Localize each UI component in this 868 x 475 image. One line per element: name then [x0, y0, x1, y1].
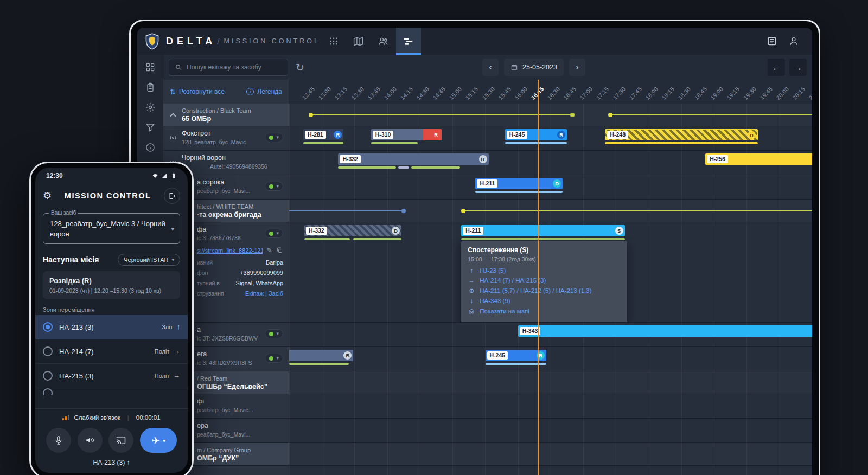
crew-status-toggle[interactable]: ▾	[265, 329, 283, 338]
cast-icon	[116, 435, 126, 446]
time-tick: 16:45	[562, 86, 577, 101]
row-timeline-cell: Н-281RН-310RН-245RН-248D	[289, 126, 812, 150]
crew-row[interactable]: Чорний воронAutel: 4905694869356Н-332RН-…	[163, 151, 812, 175]
zone-item[interactable]: НА-215 (3)Політ→	[35, 364, 188, 388]
tooltip-item-link[interactable]: НА-343 (9)	[480, 298, 510, 304]
row-timeline-cell	[289, 371, 812, 394]
teams-tab[interactable]	[371, 28, 396, 55]
zone-radio[interactable]	[43, 346, 53, 356]
zone-radio[interactable]	[43, 388, 53, 395]
date-next-button[interactable]: ›	[569, 59, 585, 76]
mission-card[interactable]: Розвідка (R) 01-09-2023 (чт) | 12:20 –15…	[43, 271, 180, 299]
zone-item[interactable]: НА-213 (3)Зліт↑	[35, 315, 188, 339]
tasks-button[interactable]	[145, 82, 156, 93]
timeline-tab[interactable]	[396, 28, 421, 55]
time-tick: 16:15	[529, 85, 545, 101]
device-selector[interactable]: Ваш засіб 128_реабатр_бус_Mavic 3 / Чорн…	[43, 213, 180, 244]
time-tick: 13:15	[334, 86, 349, 101]
scroll-left-button[interactable]: ←	[768, 59, 785, 76]
crew-row[interactable]: орареабатр_бус_Mavi...	[163, 419, 812, 443]
detail-label: фон	[197, 269, 208, 276]
crew-row[interactable]: егаic 3: 43HD2VX9H8FS▾BН-245R	[163, 347, 812, 371]
cast-button[interactable]	[108, 428, 133, 453]
fly-mode-button[interactable]: ✈ ▾	[140, 428, 177, 453]
group-row[interactable]: m / Company GroupОМБр “ДУК”	[163, 443, 812, 466]
crew-search-input-wrap[interactable]	[169, 59, 288, 76]
mission-bar[interactable]: B	[289, 350, 353, 361]
mission-label-chip: Н-211	[463, 227, 483, 235]
mission-bar[interactable]: Н-332R	[338, 153, 488, 165]
mission-bar[interactable]: Н-256	[705, 153, 812, 165]
crew-row[interactable]: а сорокареабатр_бус_Mavi...▾Н-211D	[163, 175, 812, 200]
mission-bar[interactable]: Н-310R	[371, 129, 442, 140]
mission-type-selector[interactable]: Черговий ISTAR ▾	[118, 254, 180, 266]
group-name: m / Company Group	[197, 447, 251, 453]
detail-value[interactable]: Екіпаж | Засіб	[245, 290, 283, 297]
crew-name: Фокстрот	[182, 130, 260, 137]
time-tick: 19:30	[742, 86, 757, 101]
zone-item[interactable]	[35, 388, 188, 395]
mission-bar[interactable]: Н-245R	[505, 129, 567, 140]
search-input[interactable]	[187, 63, 282, 71]
tooltip-item-link[interactable]: НА-211 (5,7) / НА-212 (5) / НА-213 (1,3)	[480, 287, 591, 294]
phone-settings-button[interactable]: ⚙	[43, 190, 52, 202]
tooltip-item-link[interactable]: Показати на мапі	[480, 308, 529, 314]
refresh-icon[interactable]: ↻	[296, 62, 304, 73]
scroll-right-button[interactable]: →	[789, 59, 807, 76]
date-prev-button[interactable]: ‹	[482, 59, 499, 76]
mission-bar[interactable]: Н-211D	[475, 178, 563, 189]
zone-item[interactable]: НА-214 (7)Політ→	[35, 339, 188, 364]
group-row[interactable]: Construction / Black Team65 ОМБр	[163, 104, 812, 126]
crew-status-toggle[interactable]: ▾	[265, 182, 283, 191]
mission-bar[interactable]: Н-281R	[303, 129, 343, 140]
expand-all-button[interactable]: ⇅ Розгорнути все	[170, 88, 225, 96]
info-button[interactable]	[145, 142, 156, 153]
settings-button[interactable]	[145, 102, 156, 113]
date-picker[interactable]: 25-05-2023	[504, 59, 564, 76]
collapse-chevron-icon[interactable]	[170, 113, 176, 119]
active-zone-label: НА-213 (3) ↑	[42, 459, 181, 466]
crew-row[interactable]: фіреабатр_бус_Mavic...	[163, 394, 812, 419]
group-row[interactable]: hitect / WHITE TEAM-та окрема бригада	[163, 200, 812, 222]
zone-radio[interactable]	[43, 322, 53, 332]
mission-bar[interactable]: Н-332D	[304, 225, 401, 236]
crew-status-toggle[interactable]: ▾	[265, 133, 283, 142]
call-timer: 00:00:01	[136, 414, 161, 421]
mission-bar[interactable]: Н-211S	[461, 225, 624, 236]
mic-button[interactable]	[46, 428, 71, 453]
profile-button[interactable]	[783, 28, 805, 55]
crew-status-toggle[interactable]: ▾	[265, 229, 283, 238]
tooltip-item-link[interactable]: HJ-23 (5)	[480, 267, 506, 274]
signal-icon	[161, 172, 168, 179]
stream-link[interactable]: s://stream_link_8822-121...	[197, 247, 263, 254]
crew-row[interactable]: аic 3T: JXZS8R6GCBWV▾Н-343	[163, 323, 812, 347]
feed-button[interactable]	[761, 28, 783, 55]
crew-row[interactable]: Фокстрот128_реабатр_бус_Mavic▾Н-281RН-31…	[163, 126, 812, 151]
mission-bar[interactable]: Н-245R	[486, 350, 546, 361]
mission-status-badge: B	[343, 351, 352, 360]
row-timeline-cell	[289, 200, 812, 222]
edit-icon[interactable]: ✎	[266, 246, 272, 254]
tablet-device: DELTA / MISSION CONTROL	[129, 20, 820, 475]
detail-label: тупний в	[197, 280, 220, 286]
zone-radio[interactable]	[43, 371, 53, 381]
mission-underline	[289, 363, 349, 365]
row-label-cell: Construction / Black Team65 ОМБр	[163, 104, 289, 126]
filter-button[interactable]	[145, 122, 156, 133]
mission-bar[interactable]: Н-248D	[605, 129, 757, 140]
group-name: Construction / Black Team	[182, 107, 251, 114]
apps-grid-icon[interactable]	[329, 36, 339, 46]
copy-icon[interactable]	[276, 247, 283, 254]
structure-button[interactable]	[145, 62, 156, 73]
map-tab[interactable]	[346, 28, 371, 55]
group-row[interactable]: / Red TeamОГШБр “Едельвейс”	[163, 371, 812, 394]
mission-bar[interactable]: Н-343	[518, 325, 812, 337]
legend-button[interactable]: і Легенда	[246, 88, 282, 95]
crew-row[interactable]: фаic 3: 7886776786▾s://stream_link_8822-…	[163, 222, 812, 323]
crew-status-toggle[interactable]: ▾	[265, 354, 283, 363]
tooltip-item-link[interactable]: НА-214 (7) / НА-215 (3)	[480, 277, 546, 284]
phone-logout-button[interactable]	[164, 188, 180, 204]
row-timeline-cell	[289, 443, 812, 465]
speaker-button[interactable]	[78, 428, 103, 453]
gantt-board: ⇅ Розгорнути все і Легенда 12:4513:0013:…	[163, 80, 812, 475]
